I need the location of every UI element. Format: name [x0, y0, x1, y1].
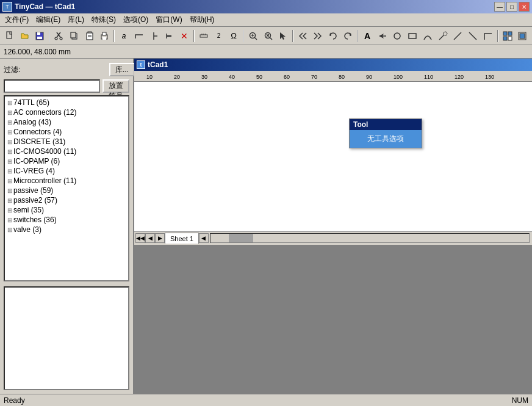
- lib-button[interactable]: 库...: [115, 62, 129, 77]
- close-button[interactable]: ✕: [519, 2, 530, 12]
- filter-input[interactable]: [4, 79, 100, 93]
- line-button[interactable]: [451, 29, 466, 43]
- expand-icon: ⊞: [7, 119, 12, 126]
- lib-item-label: passive2 (57): [13, 196, 57, 205]
- svg-rect-16: [102, 37, 106, 40]
- list-item[interactable]: ⊞ DISCRETE (31): [6, 137, 127, 147]
- arc-button[interactable]: [420, 29, 435, 43]
- menu-file[interactable]: 文件(F): [1, 13, 32, 26]
- list-item[interactable]: ⊞ passive2 (57): [6, 195, 127, 205]
- bus-button[interactable]: [162, 29, 176, 43]
- svg-point-41: [444, 32, 447, 35]
- ruler-horizontal: 10 20 30 40 50 60 70 80 90 100 110 120 1…: [134, 71, 532, 82]
- zoom-in-button[interactable]: [246, 29, 261, 43]
- place-symbol-button[interactable]: 放置符号: [102, 79, 129, 93]
- list-item[interactable]: ⊞ passive (59): [6, 186, 127, 195]
- back-button[interactable]: [295, 29, 310, 43]
- lib-item-label: semi (35): [13, 206, 44, 214]
- menu-lib[interactable]: 库(L): [64, 13, 88, 26]
- list-item[interactable]: ⊞ Microcontroller (11): [6, 176, 127, 186]
- list-item[interactable]: ⊞ switches (36): [6, 215, 127, 225]
- print-button[interactable]: [97, 29, 112, 43]
- list-item[interactable]: ⊞ IC-CMOS4000 (11): [6, 147, 127, 156]
- lib-button-inner[interactable]: 库...: [109, 63, 135, 76]
- ruler-button[interactable]: [196, 29, 211, 43]
- rect-button[interactable]: [405, 29, 420, 43]
- arrow-button[interactable]: [375, 29, 390, 43]
- sheet-nav-prev[interactable]: ◀: [145, 233, 155, 243]
- svg-rect-39: [409, 34, 416, 38]
- horizontal-scrollbar[interactable]: [210, 233, 530, 243]
- svg-rect-21: [200, 35, 207, 37]
- menu-window[interactable]: 窗口(W): [152, 13, 185, 26]
- svg-line-40: [439, 35, 444, 40]
- expand-icon: ⊞: [7, 100, 12, 106]
- save-button[interactable]: [32, 29, 47, 43]
- symbol-button[interactable]: Ω: [226, 29, 241, 43]
- menu-options[interactable]: 选项(O): [120, 13, 152, 26]
- sheet-nav-first[interactable]: ◀◀: [135, 233, 145, 243]
- undo-button[interactable]: [326, 29, 340, 43]
- junction-button[interactable]: [147, 29, 162, 43]
- ruler-label-90: 90: [366, 74, 372, 80]
- lib-item-label: DISCRETE (31): [13, 137, 65, 146]
- toolbar-sep-5: [292, 30, 293, 42]
- copy-button[interactable]: [67, 29, 82, 43]
- menu-help[interactable]: 帮助(H): [186, 13, 218, 26]
- svg-rect-47: [508, 37, 512, 40]
- zoom-x-button[interactable]: [261, 29, 276, 43]
- comp1-button[interactable]: [500, 29, 515, 43]
- delete-button[interactable]: ✕: [177, 29, 192, 43]
- new-button[interactable]: [2, 29, 17, 43]
- list-item[interactable]: ⊞ AC connectors (12): [6, 107, 127, 117]
- drawing-canvas[interactable]: Tool 无工具选项: [134, 82, 532, 231]
- canvas-wrapper: 10 20 30 40 50 60 70 80 90 100 110 120 1…: [134, 71, 532, 394]
- expand-icon: ⊞: [7, 158, 12, 165]
- svg-line-30: [270, 37, 272, 40]
- sheet-nav-add[interactable]: ◀: [199, 233, 209, 243]
- redo-button[interactable]: [340, 29, 355, 43]
- wire-button[interactable]: [132, 29, 146, 43]
- minimize-button[interactable]: —: [494, 2, 505, 12]
- menu-edit[interactable]: 编辑(E): [32, 13, 64, 26]
- menu-special[interactable]: 特殊(S): [88, 13, 120, 26]
- cut-button[interactable]: [52, 29, 66, 43]
- expand-icon: ⊞: [7, 207, 12, 214]
- comp2-button[interactable]: [516, 29, 530, 43]
- page2-button[interactable]: 2: [212, 29, 226, 43]
- main-layout: 过滤: 库... 放置符号 ⊞ 74TTL (65) ⊞ AC connecto…: [0, 59, 532, 394]
- line2-button[interactable]: [466, 29, 480, 43]
- list-item[interactable]: ⊞ semi (35): [6, 205, 127, 215]
- bend-button[interactable]: [481, 29, 495, 43]
- circle-button[interactable]: [390, 29, 405, 43]
- menu-bar: 文件(F) 编辑(E) 库(L) 特殊(S) 选项(O) 窗口(W) 帮助(H): [0, 13, 532, 27]
- ruler-label-100: 100: [394, 74, 403, 80]
- app-icon: T: [2, 2, 12, 12]
- expand-icon: ⊞: [7, 109, 12, 116]
- list-item[interactable]: ⊞ Connectors (4): [6, 127, 127, 137]
- status-bar: Ready NUM: [0, 394, 532, 406]
- text-large-button[interactable]: A: [360, 29, 375, 43]
- list-item[interactable]: ⊞ 74TTL (65): [6, 98, 127, 107]
- forward-button[interactable]: [311, 29, 325, 43]
- lib-item-label: IC-VREG (4): [13, 167, 55, 175]
- list-item[interactable]: ⊞ valve (3): [6, 225, 127, 234]
- gray-area: [134, 245, 532, 394]
- coords-bar: 126.000, 48.000 mm: [0, 45, 532, 59]
- svg-line-26: [254, 37, 257, 40]
- title-bar: T TinyCad — tCad1 — □ ✕: [0, 0, 532, 13]
- scrollbar-thumb[interactable]: [229, 234, 253, 242]
- lib-item-label: valve (3): [13, 225, 41, 234]
- list-item[interactable]: ⊞ IC-OPAMP (6): [6, 156, 127, 166]
- sheet-tab-1[interactable]: Sheet 1: [165, 233, 199, 244]
- open-button[interactable]: [18, 29, 32, 43]
- maximize-button[interactable]: □: [506, 2, 517, 12]
- list-item[interactable]: ⊞ Analog (43): [6, 117, 127, 127]
- pin-button[interactable]: [436, 29, 450, 43]
- text-small-button[interactable]: a: [117, 29, 131, 43]
- ruler-label-30: 30: [201, 74, 207, 80]
- select-button[interactable]: [276, 29, 290, 43]
- paste-button[interactable]: [82, 29, 97, 43]
- list-item[interactable]: ⊞ IC-VREG (4): [6, 166, 127, 176]
- sheet-nav-next[interactable]: ▶: [155, 233, 165, 243]
